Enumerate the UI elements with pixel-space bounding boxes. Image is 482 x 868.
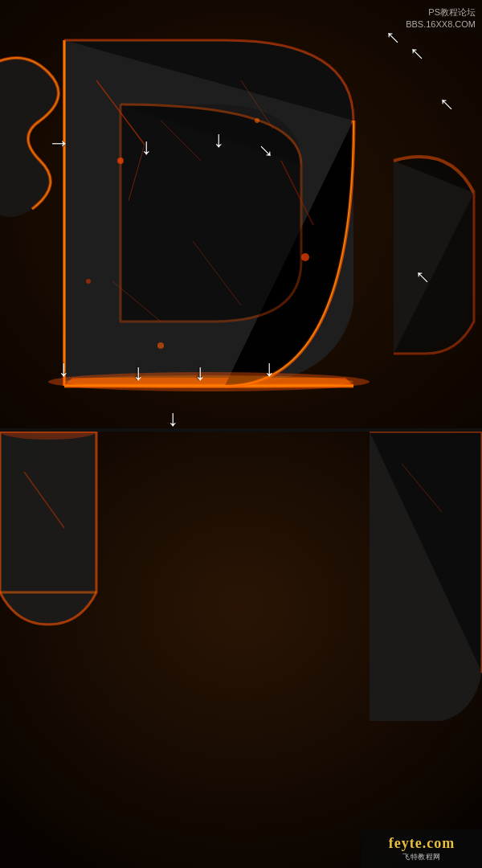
watermark-brand: feyte.com — [389, 835, 455, 852]
watermark-top: PS教程论坛 BBS.16XX8.COM — [406, 6, 476, 31]
svg-point-10 — [255, 118, 259, 123]
svg-point-15 — [64, 375, 353, 388]
svg-point-12 — [157, 342, 164, 349]
scene-top: PS教程论坛 BBS.16XX8.COM ↑ ↑ ↑ ↑ ↑ ↑ ↑ ↑ ↑ ↑… — [0, 0, 482, 430]
svg-point-13 — [86, 279, 91, 284]
svg-point-9 — [117, 158, 124, 164]
watermark-subtitle: 飞特教程网 — [402, 852, 441, 862]
svg-point-11 — [301, 253, 309, 261]
watermark-bottom: feyte.com 飞特教程网 — [362, 829, 482, 868]
scene-bottom: Properties Info << ≡ — [0, 432, 482, 868]
